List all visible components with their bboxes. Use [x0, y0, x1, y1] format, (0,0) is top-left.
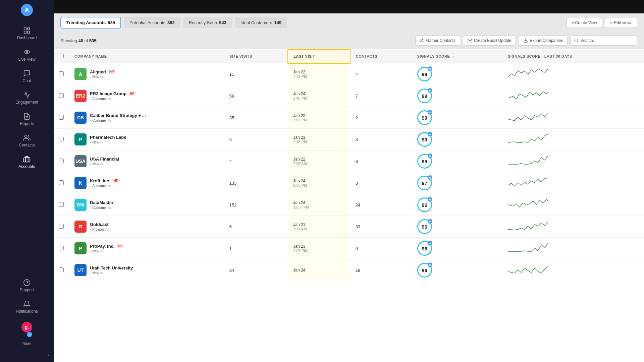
sidebar-item-support[interactable]: Support — [0, 275, 54, 296]
sparkline — [508, 111, 548, 124]
sparkline-cell — [502, 150, 644, 172]
sidebar-item-label: Engagement — [15, 100, 38, 105]
sidebar-item-dashboard[interactable]: Dashboard — [0, 23, 54, 44]
company-logo: P — [74, 242, 87, 254]
row-checkbox[interactable] — [59, 93, 64, 98]
score-circle: 99 ★ — [417, 154, 432, 169]
score-star: ★ — [428, 197, 432, 202]
tab-recently-seen[interactable]: Recently Seen 543 — [183, 17, 232, 28]
row-checkbox[interactable] — [59, 180, 64, 185]
col-contacts: CONTACTS — [350, 50, 412, 63]
company-info: ER2 Image Group HP ▪ Customer ⧉ — [90, 91, 136, 101]
sidebar-item-accounts[interactable]: Accounts — [0, 152, 54, 173]
last-visit-time: 7:08 AM — [293, 162, 345, 166]
signals-score: 96 ★ — [412, 238, 502, 259]
tab-trending-accounts[interactable]: Trending Accounts 535 — [60, 17, 121, 28]
row-checkbox[interactable] — [59, 71, 64, 76]
search-box[interactable] — [570, 36, 637, 46]
contacts: 3 — [350, 172, 412, 194]
accounts-table: COMPANY NAME SITE VISITS LAST VISIT CONT… — [54, 49, 644, 281]
sparkline-cell — [502, 216, 644, 238]
avatar[interactable]: g. — [21, 322, 32, 333]
company-logo: DM — [74, 199, 87, 211]
company-sub-tag[interactable]: Customer — [92, 97, 107, 101]
sparkline — [508, 241, 548, 255]
last-visit: Jan 21 7:17 AM — [288, 216, 350, 238]
tab-label: Potential Accounts — [129, 20, 165, 25]
sidebar-item-chat[interactable]: Chat — [0, 66, 54, 87]
user-profile[interactable]: g. 2 Ngan — [0, 318, 54, 349]
site-visits: 6 — [224, 216, 288, 238]
company-sub-tag[interactable]: New — [92, 249, 99, 253]
score-circle: 96 ★ — [417, 219, 432, 234]
user-icon — [420, 38, 425, 43]
company-info: Utah Tech University ▪ New ⧉ — [90, 265, 133, 275]
sidebar-item-notifications[interactable]: Notifications — [0, 296, 54, 318]
score-star: ★ — [428, 241, 432, 245]
svg-rect-0 — [24, 28, 26, 30]
search-input[interactable] — [580, 38, 634, 43]
last-visit-time: 2:48 PM — [293, 96, 345, 100]
company-sub-tag[interactable]: Customer — [92, 206, 107, 209]
company-name: Utah Tech University — [90, 265, 133, 270]
company-name: Caliber Brand Strategy + ... — [90, 113, 146, 118]
row-checkbox[interactable] — [59, 159, 64, 163]
last-visit-date: Jan 24 — [293, 92, 345, 96]
row-checkbox[interactable] — [59, 267, 64, 272]
company-sub-tag[interactable]: Customer — [92, 184, 107, 188]
site-visits: 1 — [224, 238, 288, 259]
company-sub: ▪ New ⧉ — [90, 249, 124, 253]
company-sub-tag[interactable]: Customer — [92, 119, 107, 122]
search-icon — [574, 38, 579, 43]
sparkline — [508, 67, 548, 80]
main-content: Trending Accounts 535 Potential Accounts… — [54, 0, 644, 362]
export-button[interactable]: Export Companies — [519, 36, 568, 46]
tab-potential-accounts[interactable]: Potential Accounts 382 — [124, 17, 180, 28]
create-view-button[interactable]: + Create View — [567, 18, 602, 28]
sidebar-item-reports[interactable]: Reports — [0, 109, 54, 130]
company-sub-tag[interactable]: Prospect — [92, 228, 105, 231]
contacts: 24 — [350, 194, 412, 216]
sort-icon: ↓ — [452, 54, 454, 58]
sparkline-cell — [502, 63, 644, 85]
score-star: ★ — [428, 175, 432, 180]
company-cell: DM DataMaster ▪ Customer ⧉ — [74, 199, 219, 211]
company-sub-tag[interactable]: New — [92, 75, 99, 79]
company-name: ProPay, Inc. HP — [90, 244, 124, 249]
sparkline — [508, 176, 548, 189]
create-email-button[interactable]: Create Email Update — [463, 36, 516, 46]
row-checkbox[interactable] — [59, 202, 64, 207]
company-cell: USA USA Financial ▪ New ⧉ — [74, 155, 219, 167]
company-logo: A — [74, 68, 87, 80]
company-sub-tag[interactable]: New — [92, 162, 99, 166]
row-checkbox[interactable] — [59, 224, 64, 229]
sidebar-item-engagement[interactable]: Engagement — [0, 87, 54, 109]
edit-views-button[interactable]: ✏ Edit views — [605, 18, 637, 28]
sidebar-item-contacts[interactable]: Contacts — [0, 130, 54, 152]
sparkline — [508, 198, 548, 211]
row-checkbox[interactable] — [59, 137, 64, 141]
sparkline-cell — [502, 194, 644, 216]
contacts: 7 — [350, 85, 412, 107]
company-name: Kroff, Inc. HP — [90, 178, 120, 183]
toolbar: Showing 40 of 535 Gather Contacts Create… — [54, 32, 644, 49]
col-last-visit[interactable]: LAST VISIT — [288, 50, 350, 63]
app-logo[interactable]: A — [21, 4, 33, 16]
company-info: DataMaster ▪ Customer ⧉ — [90, 200, 113, 210]
sparkline-cell — [502, 259, 644, 281]
company-sub-tag[interactable]: New — [92, 271, 99, 275]
last-visit-time: 3:08 PM — [293, 118, 345, 122]
row-checkbox[interactable] — [59, 115, 64, 120]
table-row: G Goldcast ▪ Prospect ⧉ 6 Jan 21 7:17 AM… — [54, 216, 644, 238]
score-circle: 96 ★ — [417, 197, 432, 212]
tab-ideal-customers[interactable]: Ideal Customers 149 — [235, 17, 287, 28]
tab-count: 543 — [219, 20, 226, 25]
gather-contacts-button[interactable]: Gather Contacts — [415, 36, 460, 46]
row-checkbox[interactable] — [59, 246, 64, 250]
sidebar-item-live-view[interactable]: Live View — [0, 44, 54, 66]
collapse-button[interactable]: ‹ — [0, 352, 54, 358]
select-all-checkbox[interactable] — [59, 54, 64, 58]
company-sub-tag[interactable]: New — [92, 140, 99, 144]
tab-label: Recently Seen — [189, 20, 217, 25]
col-signals-score[interactable]: SIGNALS SCORE ↓ — [412, 50, 502, 63]
